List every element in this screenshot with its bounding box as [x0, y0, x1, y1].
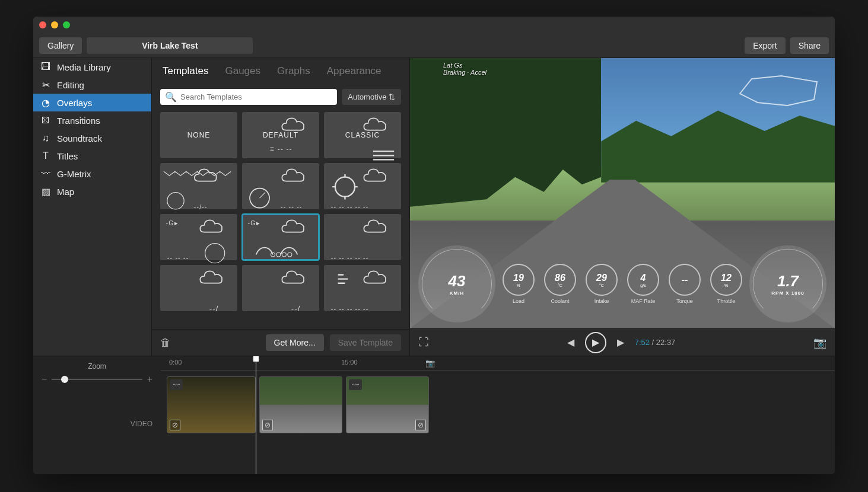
template-grid: NONE≡ -- --DEFAULTCLASSIC--/---- -- ----…: [152, 112, 409, 329]
svg-point-11: [271, 253, 275, 257]
tab-templates[interactable]: Templates: [163, 65, 208, 82]
speed-gauge: 43 KM/H: [418, 245, 495, 322]
search-icon: 🔍: [165, 91, 177, 103]
zoom-out-button[interactable]: −: [42, 374, 47, 385]
clip-row: 〰 ⊘ ⊘ 〰 ⊘: [167, 376, 429, 433]
template-tile[interactable]: -G▸-- -- --: [160, 214, 237, 260]
gallery-button[interactable]: Gallery: [39, 37, 82, 54]
video-track-label: VIDEO: [42, 420, 152, 468]
mini-gauge-throttle: 12%Throttle: [710, 264, 742, 304]
gmetrix-badge-icon: 〰: [349, 379, 362, 390]
svg-text:-- -- --: -- -- --: [281, 203, 303, 210]
svg-point-1: [167, 193, 184, 209]
template-tile[interactable]: --/--: [160, 163, 237, 209]
trash-icon[interactable]: 🗑: [160, 337, 171, 349]
transition-in-icon[interactable]: ⊘: [262, 420, 273, 430]
save-template-button[interactable]: Save Template: [330, 334, 401, 351]
zoom-in-button[interactable]: +: [147, 374, 152, 385]
svg-text:-- -- --: -- -- --: [167, 254, 189, 261]
gauge-overlay-row: 43 KM/H 19%Load86°CCoolant29°CIntake4g/s…: [410, 245, 835, 322]
next-frame-button[interactable]: ▶: [617, 337, 624, 348]
prev-frame-button[interactable]: ◀: [567, 337, 574, 348]
toolbar: Gallery Export Share: [33, 33, 835, 58]
mini-gauge-maf-rate: 4g/sMAF Rate: [627, 264, 659, 304]
svg-text:-- -- -- -- --: -- -- -- -- --: [331, 305, 369, 312]
zoom-icon[interactable]: [63, 21, 70, 28]
timeline: Zoom − + VIDEO 0:00 15:00 📷 〰 ⊘ ⊘: [33, 356, 835, 474]
svg-point-12: [276, 253, 281, 257]
svg-point-8: [205, 244, 225, 263]
tab-appearance[interactable]: Appearance: [327, 65, 381, 82]
search-input[interactable]: [180, 92, 332, 101]
app-window: Gallery Export Share 🎞Media Library✂Edit…: [33, 17, 835, 474]
timeline-track-area[interactable]: 0:00 15:00 📷 〰 ⊘ ⊘ 〰 ⊘: [161, 356, 835, 474]
get-more-button[interactable]: Get More...: [266, 334, 324, 351]
rpm-gauge: 1.7 RPM X 1000: [749, 245, 826, 322]
template-tile[interactable]: CLASSIC: [324, 112, 401, 158]
svg-text:≡ -- --: ≡ -- --: [270, 145, 292, 153]
svg-text:-G▸: -G▸: [166, 219, 178, 226]
template-tile[interactable]: -- -- -- -- --: [324, 163, 401, 209]
mini-gauge-load: 19%Load: [503, 264, 535, 304]
template-tile[interactable]: -- -- --: [242, 163, 319, 209]
mini-gauge-intake: 29°CIntake: [586, 264, 618, 304]
sidebar-item-overlays[interactable]: ◔Overlays: [33, 94, 151, 111]
main-area: 🎞Media Library✂Editing◔Overlays⛝Transiti…: [33, 58, 835, 356]
template-tile[interactable]: -G▸: [242, 214, 319, 260]
share-button[interactable]: Share: [790, 37, 829, 54]
square-x-icon: ⛝: [40, 115, 51, 126]
template-tile[interactable]: -- -- -- -- --: [324, 265, 401, 311]
pulse-icon: 〰: [40, 168, 51, 179]
film-icon: 🎞: [40, 62, 51, 72]
transition-in-icon[interactable]: ⊘: [170, 420, 180, 430]
project-title-input[interactable]: [87, 37, 253, 54]
sidebar-item-map[interactable]: ▨Map: [33, 183, 151, 200]
map-icon: ▨: [40, 186, 51, 197]
export-button[interactable]: Export: [745, 37, 785, 54]
transition-out-icon[interactable]: ⊘: [415, 420, 426, 430]
template-tile[interactable]: --/: [160, 265, 237, 311]
tab-graphs[interactable]: Graphs: [277, 65, 310, 82]
template-tile[interactable]: ≡ -- --DEFAULT: [242, 112, 319, 158]
snapshot-icon[interactable]: 📷: [813, 336, 826, 349]
zoom-slider[interactable]: [52, 379, 142, 380]
overlays-footer: 🗑 Get More... Save Template: [152, 329, 409, 356]
clip[interactable]: 〰 ⊘: [167, 376, 256, 433]
titlebar: [33, 17, 835, 33]
fullscreen-icon[interactable]: ⛶: [418, 336, 429, 349]
template-tile[interactable]: --/: [242, 265, 319, 311]
svg-text:--/: --/: [209, 304, 219, 313]
playhead[interactable]: [256, 356, 256, 474]
video-preview[interactable]: Lat Gs Braking · Accel 43 KM/H 19%Load86…: [410, 58, 835, 328]
sidebar-item-transitions[interactable]: ⛝Transitions: [33, 111, 151, 129]
clip[interactable]: 〰 ⊘: [346, 376, 429, 433]
template-tile[interactable]: -- -- -- -- --: [324, 214, 401, 260]
svg-text:--/: --/: [291, 304, 301, 313]
clip[interactable]: ⊘: [259, 376, 342, 433]
template-tile[interactable]: NONE: [160, 112, 237, 158]
playback-controls: ⛶ ◀ ▶ ▶ 7:52 / 22:37 📷: [410, 328, 835, 356]
close-icon[interactable]: [39, 21, 46, 28]
svg-text:-G▸: -G▸: [247, 219, 260, 226]
gmetrix-badge-icon: 〰: [170, 379, 183, 390]
mini-gauge-torque: --Torque: [669, 264, 701, 304]
scissors-icon: ✂: [40, 79, 51, 90]
play-button[interactable]: ▶: [585, 332, 606, 353]
overlays-panel: TemplatesGaugesGraphsAppearance 🔍 Automo…: [152, 58, 410, 356]
mini-gauge-coolant: 86°CCoolant: [544, 264, 576, 304]
snapshot-marker-icon: 📷: [425, 359, 435, 368]
sidebar-item-titles[interactable]: TTitles: [33, 147, 151, 165]
text-icon: T: [40, 151, 51, 161]
tab-gauges[interactable]: Gauges: [225, 65, 260, 82]
search-templates-field[interactable]: 🔍: [160, 89, 337, 105]
lat-gs-overlay: Lat Gs Braking · Accel: [443, 62, 487, 76]
category-filter[interactable]: Automotive ⇅: [342, 89, 401, 105]
svg-point-13: [282, 253, 286, 257]
gauge-icon: ◔: [40, 97, 51, 108]
sidebar-item-soundtrack[interactable]: ♫Soundtrack: [33, 129, 151, 147]
sidebar-item-media-library[interactable]: 🎞Media Library: [33, 58, 151, 76]
overlay-tabs: TemplatesGaugesGraphsAppearance: [152, 58, 409, 82]
minimize-icon[interactable]: [51, 21, 58, 28]
sidebar-item-g-metrix[interactable]: 〰G-Metrix: [33, 165, 151, 183]
sidebar-item-editing[interactable]: ✂Editing: [33, 76, 151, 94]
